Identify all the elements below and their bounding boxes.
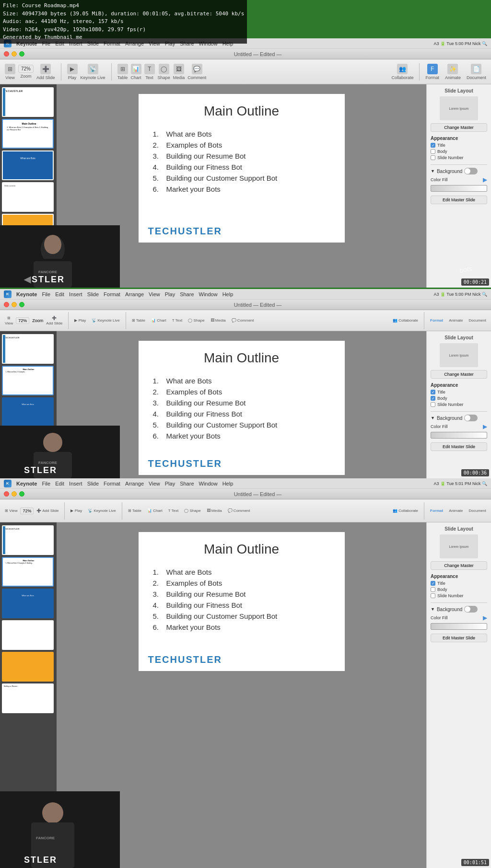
text-btn-2[interactable]: T Text [172,318,183,323]
document-tab-3[interactable]: Document [469,509,486,513]
collaborate-button[interactable]: 👥 Collaborate [391,64,413,80]
menu-keynote-3[interactable]: Keynote [16,481,37,486]
checkbox-title-icon-1[interactable]: ✓ [431,143,435,148]
p3-checkbox-title-icon[interactable]: ✓ [431,581,435,586]
chart-btn-3[interactable]: 📊 Chart [147,509,163,513]
p3-sidebar-slide-2[interactable]: Main Outline 1. What are Bots 2. Example… [2,557,54,587]
text-btn-3[interactable]: T Text [168,509,179,513]
menu-view-3[interactable]: View [149,481,160,486]
animate-tab-1[interactable]: ✨ Animate [445,64,461,80]
checkbox-slidenum-icon-1[interactable] [431,155,435,160]
menu-insert-2[interactable]: Insert [69,291,82,297]
menu-share-2[interactable]: Share [180,291,194,297]
comment-btn-2[interactable]: 💬 Comment [232,318,254,323]
comment-button[interactable]: 💬 Comment [187,64,206,80]
minimize-button-3[interactable] [12,491,17,497]
menu-edit-3[interactable]: Edit [55,481,64,486]
close-button-1[interactable] [4,51,9,57]
maximize-button-1[interactable] [19,51,24,57]
menu-window-3[interactable]: Window [199,481,218,486]
close-button-3[interactable] [4,491,9,497]
add-slide-btn-3[interactable]: ➕ Add Slide [36,509,58,513]
sidebar-slide-1[interactable]: TECHUSTLER [2,87,54,117]
zoom-2[interactable]: 72% [16,317,29,324]
format-tab-3[interactable]: Format [430,509,443,513]
menu-file-3[interactable]: File [42,481,50,486]
p2-checkbox-title-icon[interactable]: ✓ [431,390,435,394]
text-button[interactable]: T Text [144,64,155,80]
menu-edit-2[interactable]: Edit [55,291,64,297]
zoom-button[interactable]: 72% Zoom [18,65,34,79]
collaborate-btn-2[interactable]: 👥 Collaborate [393,318,418,323]
add-slide-button[interactable]: ➕ Add Slide [36,64,55,80]
menu-format-2[interactable]: Format [104,291,120,297]
edit-master-btn-1[interactable]: Edit Master Slide [431,196,487,204]
p2-sidebar-slide-1[interactable]: TECHUSTLER [2,334,54,364]
add-slide-btn-2[interactable]: ➕ Add Slide [46,316,62,325]
sidebar-slide-4[interactable]: Slide content [2,182,54,212]
zoom-3[interactable]: 72% [20,508,34,514]
shape-btn-2[interactable]: ◯ Shape [188,318,204,323]
p2-sidebar-slide-2[interactable]: Main Outline 1. What are Bots 2. Example… [2,366,54,395]
p3-sidebar-slide-3[interactable]: What are Bots [2,589,54,618]
p3-sidebar-slide-4[interactable] [2,620,54,650]
p3-sidebar-slide-1[interactable]: TECHUSTLER [2,525,54,555]
color-arrow-3[interactable]: ▶ [483,614,487,621]
change-master-btn-3[interactable]: Change Master [431,561,487,570]
kl-btn-2[interactable]: 📡 Keynote Live [92,318,119,323]
menu-arrange-3[interactable]: Arrange [125,481,144,486]
menu-format-3[interactable]: Format [104,481,120,486]
change-master-btn-2[interactable]: Change Master [431,370,487,379]
p2-sidebar-slide-3[interactable]: What are Bots [2,397,54,427]
keynote-live-button[interactable]: 📡 Keynote Live [81,64,105,80]
p2-checkbox-body-icon[interactable]: ✓ [431,396,435,401]
bg-toggle-1[interactable] [464,168,478,174]
menu-window-2[interactable]: Window [199,291,218,297]
kl-btn-3[interactable]: 📡 Keynote Live [88,509,116,513]
close-button-2[interactable] [4,302,9,307]
media-button[interactable]: 🖼 Media [173,64,185,80]
change-master-btn-1[interactable]: Change Master [431,123,487,132]
play-btn-2[interactable]: ▶ Play [74,318,86,323]
document-tab-1[interactable]: 📄 Document [467,64,486,80]
menu-insert-3[interactable]: Insert [69,481,82,486]
play-button[interactable]: ▶ Play [67,64,78,80]
p3-sidebar-slide-5[interactable] [2,652,54,682]
menu-view-2[interactable]: View [149,291,160,297]
format-tab-1[interactable]: F Format [425,64,439,80]
animate-tab-2[interactable]: Animate [449,318,463,323]
chart-btn-2[interactable]: 📊 Chart [151,318,166,323]
animate-tab-3[interactable]: Animate [449,509,463,513]
menu-arrange-2[interactable]: Arrange [125,291,144,297]
play-btn-3[interactable]: ▶ Play [70,509,82,513]
menu-help-3[interactable]: Help [222,481,234,486]
table-button[interactable]: ⊞ Table [117,64,128,80]
maximize-button-2[interactable] [19,302,24,307]
collaborate-btn-3[interactable]: 👥 Collaborate [393,509,418,513]
minimize-button-1[interactable] [12,51,17,57]
edit-master-btn-2[interactable]: Edit Master Slide [431,442,487,451]
comment-btn-3[interactable]: 💬 Comment [228,509,250,513]
minimize-button-2[interactable] [12,302,17,307]
maximize-button-3[interactable] [19,491,24,497]
shape-button[interactable]: ◯ Shape [158,64,170,80]
chart-button[interactable]: 📊 Chart [131,64,141,80]
sidebar-slide-2[interactable]: Main Outline 1. What are Bots 2. Example… [2,119,54,149]
color-arrow-2[interactable]: ▶ [483,423,487,430]
view-btn-3[interactable]: ⊞ View [5,509,17,513]
menu-play-3[interactable]: Play [165,481,175,486]
menu-file-2[interactable]: File [42,291,50,297]
p2-checkbox-slidenum-icon[interactable] [431,402,435,407]
panel-1-slide-canvas[interactable]: Main Outline 1.What are Bots 2.Examples … [139,94,345,243]
p3-sidebar-slide-6[interactable]: Building our Resume... [2,683,54,713]
panel-3-slide-canvas[interactable]: Main Outline 1.What are Bots 2.Examples … [139,532,345,671]
menu-help-2[interactable]: Help [222,291,234,297]
checkbox-body-icon-1[interactable] [431,149,435,154]
edit-master-btn-3[interactable]: Edit Master Slide [431,634,487,642]
view-btn-2[interactable]: ⊞ View [5,316,13,325]
media-btn-2[interactable]: 🖼 Media [210,318,226,323]
media-btn-3[interactable]: 🖼 Media [207,509,222,513]
menu-share-3[interactable]: Share [180,481,194,486]
document-tab-2[interactable]: Document [469,318,486,323]
p3-checkbox-slidenum-icon[interactable] [431,593,435,598]
